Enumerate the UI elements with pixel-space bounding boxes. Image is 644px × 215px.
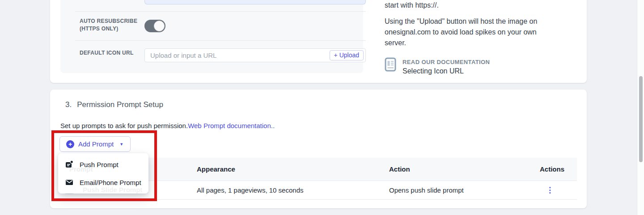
scrollbar-track[interactable] <box>637 0 644 215</box>
web-configuration-card: AUTO RESUBSCRIBE (HTTPS ONLY) DEFAULT IC… <box>50 0 587 83</box>
col-header-actions: Actions <box>514 165 577 173</box>
menu-item-label: Email/Phone Prompt <box>80 179 141 186</box>
row-divider <box>75 40 366 41</box>
toggle-knob <box>154 21 165 31</box>
help-text-upload: Using the "Upload" button will host the … <box>385 16 551 48</box>
default-icon-url-input[interactable] <box>145 49 324 62</box>
menu-item-push-prompt[interactable]: Push Prompt <box>58 157 148 172</box>
help-column: start with https://. Using the "Upload" … <box>385 0 551 76</box>
envelope-icon <box>65 178 73 186</box>
add-prompt-dropdown-menu: Push Prompt Email/Phone Prompt <box>58 153 148 194</box>
col-header-action: Action <box>389 165 514 173</box>
auto-resubscribe-label: AUTO RESUBSCRIBE (HTTPS ONLY) <box>80 17 137 33</box>
upload-button[interactable]: + Upload <box>330 50 364 60</box>
kebab-menu-icon[interactable]: ⋮ <box>546 186 564 194</box>
description-text: Set up prompts to ask for push permissio… <box>60 122 188 129</box>
menu-item-label: Push Prompt <box>80 161 119 168</box>
step-number: 3. <box>65 100 72 109</box>
documentation-callout: READ OUR DOCUMENTATION Selecting Icon UR… <box>385 57 551 76</box>
auto-resubscribe-toggle[interactable] <box>144 20 165 32</box>
section-title: Permission Prompt Setup <box>77 100 163 109</box>
permission-prompt-card: 3.Permission Prompt Setup Set up prompts… <box>50 90 587 208</box>
add-prompt-button[interactable]: + Add Prompt ▼ <box>59 136 131 152</box>
truncated-input-field[interactable] <box>144 0 366 4</box>
cell-actions: ⋮ <box>514 185 577 195</box>
settings-form-panel: AUTO RESUBSCRIBE (HTTPS ONLY) DEFAULT IC… <box>60 0 363 73</box>
default-icon-url-field: + Upload <box>144 48 366 62</box>
row-divider <box>75 11 366 12</box>
col-header-appearance: Appearance <box>197 165 389 173</box>
cell-action: Opens push slide prompt <box>389 186 514 194</box>
section-heading: 3.Permission Prompt Setup <box>65 100 163 109</box>
menu-item-email-phone-prompt[interactable]: Email/Phone Prompt <box>58 175 148 189</box>
scrollbar-thumb[interactable] <box>639 76 643 162</box>
push-note-icon <box>65 160 73 168</box>
onesignal-settings-page: AUTO RESUBSCRIBE (HTTPS ONLY) DEFAULT IC… <box>0 0 644 215</box>
web-prompt-doc-link[interactable]: Web Prompt documentation.. <box>188 122 275 129</box>
plus-circle-icon: + <box>66 140 74 148</box>
doc-link-selecting-icon-url[interactable]: Selecting Icon URL <box>402 66 490 76</box>
cell-appearance: All pages, 1 pageviews, 10 seconds <box>197 186 389 194</box>
default-icon-url-label: DEFAULT ICON URL <box>80 49 134 57</box>
chevron-down-icon: ▼ <box>119 142 123 146</box>
add-prompt-label: Add Prompt <box>78 140 114 148</box>
doc-kicker: READ OUR DOCUMENTATION <box>402 58 490 66</box>
help-text-truncated: start with https://. <box>385 0 551 11</box>
section-description: Set up prompts to ask for push permissio… <box>60 122 275 129</box>
document-icon <box>385 57 396 73</box>
